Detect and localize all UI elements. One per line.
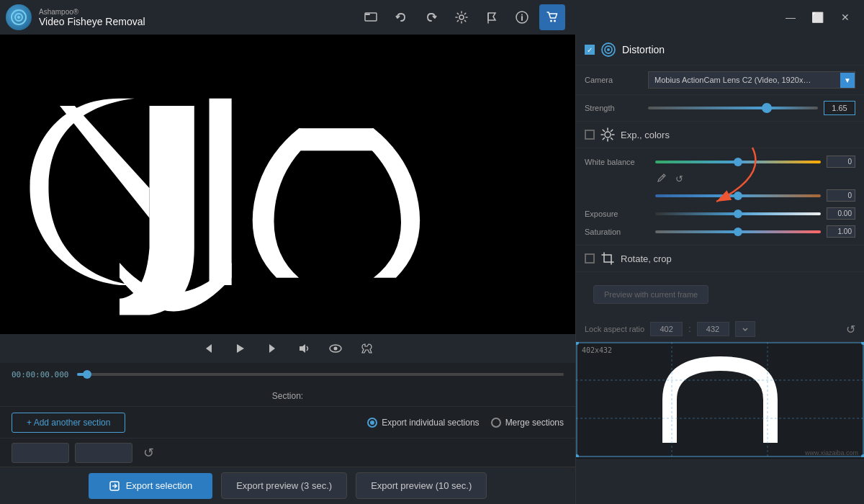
distortion-title: Distortion — [622, 44, 665, 55]
lock-height-input[interactable] — [697, 322, 729, 336]
wb-thumb2[interactable] — [734, 192, 742, 200]
export-individual-option[interactable]: Export individual sections — [367, 418, 479, 428]
svg-point-25 — [605, 132, 611, 138]
camera-dropdown-arrow[interactable]: ▼ — [840, 73, 855, 88]
exposure-label: Exposure — [585, 210, 649, 218]
reset-wb-button[interactable]: ↺ — [672, 172, 685, 185]
strength-thumb[interactable] — [762, 103, 772, 113]
rotate-crop-section: Rotate, crop Preview with current frame … — [576, 246, 864, 460]
rotate-clip-button[interactable]: ↺ — [138, 443, 158, 463]
saturation-value: 1.00 — [827, 225, 855, 238]
distortion-checkbox[interactable] — [585, 45, 595, 55]
clip-thumb-1[interactable] — [12, 443, 69, 463]
svg-marker-17 — [300, 344, 305, 353]
volume-button[interactable] — [294, 338, 314, 359]
watermark: www.xiazaiba.com — [805, 449, 858, 456]
merge-sections-option[interactable]: Merge sections — [491, 418, 564, 428]
open-file-button[interactable] — [358, 4, 384, 30]
camera-value: Mobius ActionCam Lens C2 (Video, 1920x10… — [654, 76, 813, 84]
timeline-area: 00:00:00.000 — [0, 363, 575, 386]
preview-frame-button[interactable]: Preview with current frame — [593, 285, 708, 304]
close-button[interactable]: ✕ — [832, 4, 858, 30]
wb-thumb1[interactable] — [734, 158, 742, 166]
thumb-size-label: 402x432 — [582, 346, 612, 354]
wb-value1: 0 — [827, 156, 855, 168]
redo-button[interactable] — [418, 4, 444, 30]
svg-rect-12 — [0, 39, 575, 330]
strength-row: Strength — [576, 95, 864, 122]
saturation-label: Saturation — [585, 228, 649, 236]
crop-icon — [600, 251, 615, 266]
strength-slider[interactable] — [648, 107, 818, 109]
exp-colors-checkbox[interactable] — [585, 130, 595, 140]
undo-button[interactable] — [388, 4, 414, 30]
export-selection-button[interactable]: Export selection — [89, 473, 213, 499]
rotate-crop-header[interactable]: Rotate, crop — [576, 246, 864, 272]
section-clips-row: ↺ — [0, 438, 575, 467]
camera-row: Camera Mobius ActionCam Lens C2 (Video, … — [576, 66, 864, 95]
flag-button[interactable] — [479, 4, 505, 30]
minimize-button[interactable]: — — [778, 4, 804, 30]
timeline-track[interactable] — [77, 373, 564, 376]
info-button[interactable] — [509, 4, 535, 30]
video-area[interactable] — [0, 35, 575, 334]
exposure-row: Exposure 0.00 — [585, 204, 855, 222]
strength-value-input[interactable] — [824, 101, 855, 115]
svg-point-11 — [554, 20, 556, 22]
exp-thumb[interactable] — [734, 210, 742, 218]
lock-aspect-label: Lock aspect ratio — [585, 325, 644, 333]
white-balance-label: White balance — [585, 158, 649, 166]
merge-sections-radio[interactable] — [491, 418, 501, 428]
exp-colors-header[interactable]: Exp., colors — [576, 122, 864, 148]
camera-label: Camera — [585, 76, 642, 84]
timeline-thumb[interactable] — [83, 370, 91, 379]
main-content: 00:00:00.000 Section: + Add another sect… — [0, 35, 864, 504]
section-label: Section: — [272, 391, 303, 401]
lock-width-input[interactable] — [650, 322, 683, 336]
next-frame-button[interactable] — [262, 338, 282, 359]
tools-button[interactable] — [357, 338, 377, 359]
svg-point-2 — [17, 16, 20, 19]
white-balance-slider1[interactable] — [655, 161, 821, 163]
add-section-button[interactable]: + Add another section — [12, 413, 125, 433]
clip-thumb-2[interactable] — [75, 443, 132, 463]
prev-frame-button[interactable] — [199, 338, 219, 359]
sat-thumb[interactable] — [734, 228, 742, 236]
section-controls: + Add another section Export individual … — [0, 406, 575, 438]
eyedropper-button[interactable] — [655, 172, 668, 185]
svg-marker-16 — [269, 344, 275, 353]
merge-sections-label: Merge sections — [505, 418, 564, 428]
svg-point-10 — [550, 20, 552, 22]
play-button[interactable] — [230, 338, 251, 359]
camera-select[interactable]: Mobius ActionCam Lens C2 (Video, 1920x10… — [648, 71, 855, 89]
svg-marker-15 — [237, 344, 244, 353]
svg-line-31 — [611, 138, 613, 140]
reset-crop-button[interactable]: ↺ — [846, 323, 855, 336]
rotate-crop-title: Rotate, crop — [621, 253, 672, 264]
export-preview-10-button[interactable]: Export preview (10 sec.) — [356, 472, 487, 499]
rotate-crop-checkbox[interactable] — [585, 253, 595, 264]
titlebar: Ashampoo® Video Fisheye Removal — [0, 0, 864, 35]
restore-button[interactable]: ⬜ — [805, 4, 831, 30]
video-controls — [0, 334, 575, 363]
svg-point-24 — [607, 48, 610, 51]
app-brand: Ashampoo® — [39, 8, 145, 16]
settings-button[interactable] — [449, 4, 474, 30]
preview-eye-button[interactable] — [325, 338, 346, 359]
export-preview-3-button[interactable]: Export preview (3 sec.) — [221, 472, 347, 499]
svg-point-5 — [459, 15, 464, 19]
app-name: Video Fisheye Removal — [39, 16, 145, 27]
app-logo — [6, 4, 32, 30]
saturation-slider[interactable] — [655, 230, 821, 233]
svg-line-32 — [611, 130, 613, 131]
exposure-slider[interactable] — [655, 212, 821, 215]
white-balance-slider2[interactable] — [655, 194, 821, 197]
lock-dropdown[interactable] — [735, 321, 755, 337]
lock-aspect-row: Lock aspect ratio : ↺ — [576, 317, 864, 342]
svg-point-19 — [333, 347, 337, 351]
export-bar: Export selection Export preview (3 sec.)… — [0, 467, 575, 504]
window-controls: — ⬜ ✕ — [778, 4, 858, 30]
export-individual-radio[interactable] — [367, 418, 377, 428]
preview-btn-area: Preview with current frame — [576, 272, 864, 317]
cart-button[interactable] — [539, 4, 565, 30]
